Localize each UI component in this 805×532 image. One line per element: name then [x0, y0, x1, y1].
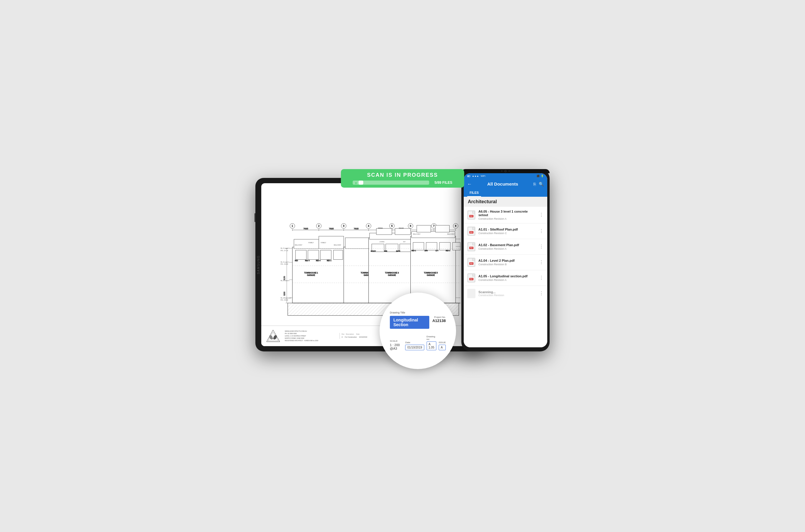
scanning-more-icon[interactable]: ⋮	[539, 290, 544, 296]
date-label: Date	[405, 341, 424, 344]
scanning-item: Scanning... Construction Revision ⋮	[464, 286, 547, 301]
svg-text:3200: 3200	[283, 291, 285, 296]
svg-text:BED 3: BED 3	[305, 259, 310, 261]
svg-rect-73	[413, 242, 424, 250]
list-item[interactable]: PDF A1.05 - Longitudinal section.pdf Con…	[464, 270, 547, 286]
svg-text:3: 3	[343, 224, 344, 227]
section-title: Architectural	[468, 199, 543, 204]
svg-rect-44	[308, 250, 319, 259]
svg-text:ENS: ENS	[425, 249, 428, 251]
phone-header-icons: ⎘ 🔍	[533, 182, 544, 187]
svg-text:STUDY: STUDY	[371, 250, 376, 252]
file-name: A1.01 - Site/Roof Plan.pdf	[479, 228, 536, 231]
file-sub: Construction Revision C	[479, 232, 536, 235]
project-no-label: Project No.	[432, 316, 446, 319]
svg-rect-46	[333, 250, 343, 259]
svg-text:GARAGE: GARAGE	[427, 274, 435, 276]
svg-text:8: 8	[455, 224, 456, 227]
scanning-placeholder-icon	[467, 289, 475, 298]
svg-rect-45	[320, 250, 331, 259]
firm-contact: REGISTERED ARCHITECT - KAREN KIM no.1819	[285, 339, 337, 342]
file-more-icon[interactable]: ⋮	[539, 259, 544, 265]
project-no-value: A12138	[432, 319, 446, 323]
tablet-volume-button	[255, 213, 256, 222]
file-name: A1.05 - Longitudinal section.pdf	[479, 274, 536, 278]
svg-text:WIR: WIR	[384, 250, 387, 252]
svg-text:TOWNHOUSE 5: TOWNHOUSE 5	[424, 272, 438, 274]
drawing-no-label: Drawing no:	[427, 335, 436, 341]
firm-address1: LEVEL 2, 10 GEORGE STREET	[285, 335, 337, 337]
file-info: A6.05 - House 3 level 1 concrete setout …	[479, 210, 536, 220]
file-icon: PDF	[467, 210, 475, 220]
svg-text:BED 2: BED 2	[327, 259, 331, 261]
phone-screen: ▲▲▲ WiFi ⬛🔋 ← All Documents ⎘ 🔍 FILES	[464, 173, 547, 347]
list-item[interactable]: PDF A6.05 - House 3 level 1 concrete set…	[464, 207, 547, 224]
svg-text:HL:2 Level 1: HL:2 Level 1	[281, 261, 289, 263]
drawing-title-value: Longitudinal Section	[390, 316, 429, 329]
svg-rect-60	[395, 228, 411, 234]
scan-progress-bar: ⏸	[353, 180, 429, 185]
file-info: A1.01 - Site/Roof Plan.pdf Construction …	[479, 228, 536, 235]
svg-text:BALCONY: BALCONY	[447, 233, 455, 235]
svg-text:2: 2	[318, 224, 320, 227]
date: 10/10/2019	[359, 336, 367, 338]
issue-value: A	[439, 345, 446, 350]
svg-text:BED: BED	[295, 259, 298, 261]
file-info: A1.05 - Longitudinal section.pdf Constru…	[479, 274, 536, 282]
file-more-icon[interactable]: ⋮	[539, 275, 544, 281]
scanning-sub: Construction Revision	[479, 294, 536, 297]
rev: A	[342, 336, 342, 338]
file-icon: PDF	[467, 242, 475, 251]
scanning-info: Scanning... Construction Revision	[479, 290, 536, 297]
svg-text:BALCONY: BALCONY	[413, 233, 421, 235]
firm-website: WWW.AZARCHITECTS.COM.AU	[285, 330, 337, 332]
svg-rect-43	[295, 250, 306, 259]
file-sub: Construction Revision A	[479, 217, 536, 220]
file-info: A1.04 - Level 2 Plan.pdf Construction Re…	[479, 259, 536, 266]
svg-text:KIT: KIT	[403, 241, 406, 243]
list-item[interactable]: PDF A1.01 - Site/Roof Plan.pdf Construct…	[464, 224, 547, 239]
list-item[interactable]: PDF A1.02 - Basement Plan.pdf Constructi…	[464, 239, 547, 255]
firm-address2: NORTH SYDNEY, NSW 2060	[285, 337, 337, 339]
svg-rect-59	[376, 228, 392, 234]
file-more-icon[interactable]: ⋮	[539, 212, 544, 217]
scan-files-label: 5/89 FILES	[434, 180, 452, 185]
svg-rect-74	[426, 242, 437, 250]
list-item[interactable]: PDF A1.04 - Level 2 Plan.pdf Constructio…	[464, 255, 547, 270]
phone: ▲▲▲ WiFi ⬛🔋 ← All Documents ⎘ 🔍 FILES	[461, 169, 549, 352]
file-name: A6.05 - House 3 level 1 concrete setout	[479, 210, 536, 217]
back-button[interactable]: ←	[467, 182, 472, 187]
svg-text:BED 1: BED 1	[446, 249, 450, 251]
tab-files[interactable]: FILES	[467, 189, 481, 197]
search-icon[interactable]: 🔍	[539, 182, 544, 187]
scanning-name: Scanning...	[479, 290, 536, 294]
svg-text:FAMILY: FAMILY	[308, 242, 314, 244]
svg-text:BED 1: BED 1	[411, 249, 416, 251]
phone-title: All Documents	[474, 182, 531, 187]
svg-text:BALCONY: BALCONY	[295, 244, 302, 246]
svg-text:6: 6	[410, 224, 411, 227]
scan-banner: SCAN IS IN PROGRESS ⏸ 5/89 FILES	[341, 169, 464, 188]
svg-rect-76	[452, 242, 460, 250]
phone-status-bar: ▲▲▲ WiFi ⬛🔋	[464, 173, 547, 179]
file-sub: Construction Revision B	[479, 263, 536, 266]
file-sub: Construction Revision A	[479, 279, 536, 282]
svg-text:4: 4	[368, 224, 369, 227]
firm-phone: PH: 02 9300 0000	[285, 332, 337, 335]
svg-text:FFL: 34.83: FFL: 34.83	[281, 263, 288, 265]
scale-value: 1 : 200 @A3	[390, 343, 403, 350]
file-more-icon[interactable]: ⋮	[539, 228, 544, 234]
svg-text:FFL: 37.15: FFL: 37.15	[281, 249, 288, 251]
file-more-icon[interactable]: ⋮	[539, 244, 544, 249]
svg-text:GARAGE: GARAGE	[307, 274, 315, 276]
file-name: A1.04 - Level 2 Plan.pdf	[479, 259, 536, 262]
section-header: Architectural	[464, 197, 547, 207]
share-icon[interactable]: ⎘	[533, 182, 536, 187]
phone-header: ← All Documents ⎘ 🔍	[464, 179, 547, 189]
date-value: 01/10/2019	[405, 345, 424, 350]
svg-text:TOWNHOUSE 3: TOWNHOUSE 3	[385, 272, 399, 274]
svg-text:7635: 7635	[329, 227, 334, 230]
svg-text:BALCONY: BALCONY	[334, 244, 341, 246]
svg-text:TOWNHOUSE 1: TOWNHOUSE 1	[304, 272, 318, 274]
file-sub: Construction Revision A	[479, 247, 536, 250]
